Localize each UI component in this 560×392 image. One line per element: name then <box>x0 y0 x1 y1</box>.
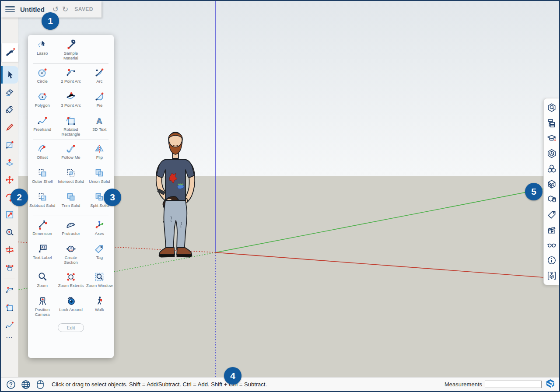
tool-trim-solid[interactable]: Trim Solid <box>56 190 85 214</box>
tool-2-point-arc[interactable]: 2 Point Arc <box>56 66 85 90</box>
measurements-label: Measurements <box>444 381 482 388</box>
tool-3-point-arc[interactable]: 3 Point Arc <box>56 90 85 114</box>
tool-freehand[interactable]: Freehand <box>28 114 56 138</box>
help-button[interactable] <box>6 380 16 389</box>
tool-polygon[interactable]: Polygon <box>28 90 56 114</box>
redo-button[interactable]: ↻ <box>62 6 68 13</box>
tool-arc[interactable]: Arc <box>85 66 114 90</box>
tool-lasso[interactable]: Lasso <box>28 38 56 62</box>
styles-icon <box>547 194 556 204</box>
main-menu-button[interactable] <box>5 6 15 12</box>
orbit-tool[interactable] <box>1 241 18 259</box>
right-panel-rail <box>543 98 559 285</box>
tool-create-section[interactable]: ΩA·θ Create Section <box>56 242 85 266</box>
tool-circle[interactable]: Circle <box>28 66 56 90</box>
palette-divider <box>33 268 108 268</box>
toolbar-divider <box>4 279 15 279</box>
svg-text:A·θ: A·θ <box>69 249 73 252</box>
entity-info-button[interactable] <box>546 102 557 113</box>
callout-2: 2 <box>10 189 28 206</box>
outliner-button[interactable] <box>546 117 557 129</box>
save-status: SAVED <box>74 6 93 12</box>
components-button[interactable] <box>546 148 557 159</box>
tool-subtract-solid[interactable]: Subtract Solid <box>28 190 56 214</box>
entity-info-icon <box>547 103 556 112</box>
instructor-button[interactable] <box>546 133 557 144</box>
palette-divider <box>33 216 108 216</box>
line-tool[interactable] <box>1 119 18 136</box>
language-button[interactable] <box>21 380 31 389</box>
move-tool[interactable] <box>1 171 18 189</box>
tool-follow-me[interactable]: Follow Me <box>56 142 85 166</box>
eraser-tool[interactable] <box>1 84 18 101</box>
mouse-controls-button[interactable] <box>36 380 45 389</box>
import-button[interactable] <box>546 270 557 281</box>
more-tools-button[interactable]: ⋯ <box>1 333 18 342</box>
tool-outer-shell[interactable]: Outer Shell <box>28 166 56 190</box>
tape-measure-tool[interactable] <box>1 224 18 241</box>
undo-button[interactable]: ↺ <box>52 6 59 13</box>
tool-offset[interactable]: Offset <box>28 142 56 166</box>
eraser-icon <box>5 88 14 97</box>
lasso-icon <box>37 39 48 50</box>
rotated-rectangle-tool[interactable] <box>1 299 18 316</box>
tool-protractor[interactable]: Protractor <box>56 218 85 242</box>
scale-tool[interactable] <box>1 206 18 224</box>
palette-divider <box>33 320 108 320</box>
tool-sample-material[interactable]: Sample Material <box>56 38 85 62</box>
tool-look-around[interactable]: Look Around <box>56 294 85 318</box>
globe-icon <box>21 380 31 389</box>
measurements-input[interactable] <box>485 381 542 388</box>
push-pull-tool[interactable] <box>1 154 18 171</box>
tool-rotated-rectangle[interactable]: Rotated Rectangle <box>56 114 85 138</box>
tool-axes[interactable]: Axes <box>85 218 114 242</box>
3d-warehouse-icon <box>547 164 556 174</box>
display-glasses-icon <box>547 240 556 250</box>
import-model-icon <box>547 271 556 280</box>
3d-warehouse-button[interactable] <box>546 163 557 175</box>
edit-toolbar-button[interactable]: Edit <box>58 323 84 332</box>
document-title[interactable]: Untitled <box>20 6 45 13</box>
tool-pie[interactable]: Pie <box>85 90 114 114</box>
callout-1: 1 <box>42 12 59 30</box>
tool-tag[interactable]: Tag <box>85 242 114 266</box>
tool-walk[interactable]: Walk <box>85 294 114 318</box>
sketchup-logo-icon <box>545 378 556 389</box>
freehand-tool[interactable] <box>1 316 18 334</box>
status-bar: Click or drag to select objects. Shift =… <box>1 377 559 391</box>
tool-union-solid[interactable]: Union Solid <box>85 166 114 190</box>
rotated-rectangle-icon <box>5 303 14 312</box>
arc-tool[interactable] <box>1 281 18 299</box>
sketchup-logo[interactable] <box>545 378 556 391</box>
whats-new-button[interactable] <box>2 43 18 62</box>
tool-zoom-extents[interactable]: Zoom Extents <box>56 270 85 294</box>
eyedropper-icon <box>65 39 77 50</box>
styles-button[interactable] <box>546 193 557 205</box>
select-tool[interactable] <box>1 66 18 84</box>
outliner-icon <box>547 118 556 128</box>
tool-flip[interactable]: Flip <box>85 142 114 166</box>
pan-tool[interactable] <box>1 259 18 276</box>
scenes-icon <box>547 225 556 234</box>
paint-bucket-tool[interactable] <box>1 101 18 119</box>
info-icon <box>547 256 556 265</box>
tool-dimension[interactable]: 3 Dimension <box>28 218 56 242</box>
materials-button[interactable] <box>546 178 557 190</box>
tool-3d-text[interactable]: A 3D Text <box>85 114 114 138</box>
paint-bucket-icon <box>5 105 14 115</box>
scenes-button[interactable] <box>546 224 557 235</box>
tool-position-camera[interactable]: Position Camera <box>28 294 56 318</box>
scale-icon <box>5 210 14 220</box>
orbit-icon <box>5 245 14 255</box>
tool-zoom[interactable]: Zoom <box>28 270 56 294</box>
svg-text:3: 3 <box>43 219 45 223</box>
tool-intersect-solid[interactable]: Intersect Solid <box>56 166 85 190</box>
tool-text-label[interactable]: A1 Text Label <box>28 242 56 266</box>
display-button[interactable] <box>546 239 557 251</box>
tags-button[interactable] <box>546 209 557 220</box>
model-info-button[interactable] <box>546 255 557 266</box>
tool-zoom-window[interactable]: Zoom Window <box>85 270 114 294</box>
rectangle-tool[interactable] <box>1 136 18 154</box>
callout-5: 5 <box>525 183 542 200</box>
palette-divider <box>33 63 108 64</box>
